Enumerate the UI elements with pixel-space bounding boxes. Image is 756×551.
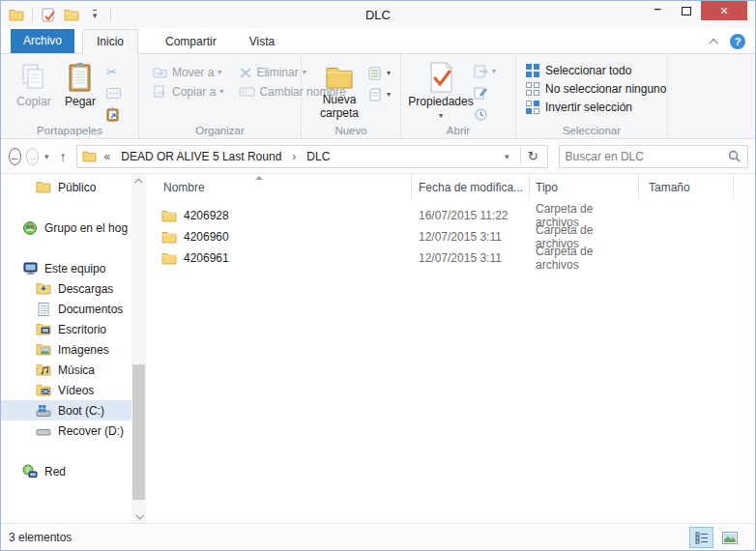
paste-icon <box>67 62 94 93</box>
help-icon[interactable]: ? <box>730 34 745 49</box>
select-all-icon <box>526 64 539 77</box>
qat-new-folder-icon[interactable] <box>62 5 81 24</box>
ribbon: Copiar Pegar ✂ Portapapeles <box>1 54 755 139</box>
copy-button[interactable]: Copiar <box>11 58 57 109</box>
details-view-button[interactable] <box>689 527 713 548</box>
scroll-up-icon[interactable] <box>131 174 146 188</box>
close-button[interactable]: × <box>701 1 747 20</box>
drive-icon <box>36 423 51 439</box>
file-row[interactable]: 4206961 12/07/2015 3:11 Carpeta de archi… <box>146 247 755 269</box>
open-small-buttons: ▾ <box>471 58 499 124</box>
sidebar-item-boot-c[interactable]: Boot (C:) <box>1 400 131 420</box>
organize-col-1: Mover a ▾ Copiar a ▾ <box>153 58 223 99</box>
address-bar[interactable]: « DEAD OR ALIVE 5 Last Round › DLC ▾ ↻ <box>76 145 548 168</box>
tab-inicio[interactable]: Inicio <box>82 29 138 54</box>
sidebar-scrollbar[interactable] <box>131 174 146 523</box>
group-label-open: Abrir <box>401 125 515 136</box>
downloads-folder-icon <box>36 281 51 297</box>
explorer-window-icon <box>7 5 26 24</box>
copy-path-button[interactable] <box>103 83 124 102</box>
open-button[interactable]: ▾ <box>471 62 499 81</box>
column-header-fecha[interactable]: Fecha de modifica... <box>412 174 530 200</box>
file-date: 16/07/2015 11:22 <box>412 209 530 222</box>
maximize-button[interactable] <box>672 1 701 20</box>
copy-path-icon <box>106 88 121 99</box>
items-count: 3 elementos <box>9 531 72 544</box>
select-none-button[interactable]: No seleccionar ninguno <box>526 82 666 96</box>
breadcrumb-current[interactable]: DLC <box>304 150 333 163</box>
sidebar-item-videos[interactable]: Vídeos <box>1 380 131 400</box>
group-label-new: Nuevo <box>302 125 400 136</box>
address-dropdown-icon[interactable]: ▾ <box>498 152 516 161</box>
paste-shortcut-icon <box>106 107 119 122</box>
properties-button[interactable]: Propiedades ▾ <box>411 58 471 120</box>
move-to-button[interactable]: Mover a ▾ <box>153 66 223 79</box>
search-icon[interactable] <box>721 150 747 162</box>
crumb-separator-icon[interactable]: › <box>288 150 300 163</box>
paste-button[interactable]: Pegar <box>57 58 103 109</box>
refresh-icon[interactable]: ↻ <box>520 147 545 165</box>
sidebar-item-descargas[interactable]: Descargas <box>1 278 131 299</box>
sidebar-item-recover-d[interactable]: Recover (D:) <box>1 420 131 441</box>
scroll-down-icon[interactable] <box>131 508 146 523</box>
scrollbar-thumb[interactable] <box>132 364 145 500</box>
sidebar-item-este-equipo[interactable]: Este equipo <box>1 258 131 278</box>
cut-button[interactable]: ✂ <box>103 62 124 81</box>
computer-icon <box>22 261 38 276</box>
ribbon-group-open: Propiedades ▾ ▾ Abrir <box>401 54 516 138</box>
tab-compartir[interactable]: Compartir <box>152 30 230 53</box>
invert-selection-button[interactable]: Invertir selección <box>526 101 666 114</box>
qat-properties-icon[interactable] <box>39 5 58 24</box>
sidebar-item-documentos[interactable]: Documentos <box>1 299 131 319</box>
column-header-tamano[interactable]: Tamaño <box>639 174 734 200</box>
forward-button[interactable]: → <box>26 148 39 165</box>
column-headers: Nombre Fecha de modifica... Tipo Tamaño <box>146 174 755 200</box>
ribbon-tab-bar: Archivo Inicio Compartir Vista ? <box>1 28 755 54</box>
tab-archivo[interactable]: Archivo <box>11 29 74 53</box>
group-label-select: Seleccionar <box>516 125 667 136</box>
folder-icon <box>161 209 177 222</box>
select-all-button[interactable]: Seleccionar todo <box>526 64 666 77</box>
recent-locations-icon[interactable]: ▾ <box>44 152 49 161</box>
folder-icon <box>36 180 51 195</box>
clipboard-small-buttons: ✂ <box>103 58 124 124</box>
qat-customize-icon[interactable]: ▾ <box>85 5 104 24</box>
collapse-ribbon-icon[interactable] <box>709 38 718 47</box>
column-header-nombre[interactable]: Nombre <box>146 174 412 200</box>
file-name: 4206960 <box>184 230 229 244</box>
history-button[interactable] <box>471 104 499 124</box>
sidebar-item-imagenes[interactable]: Imágenes <box>1 339 131 360</box>
sidebar-item-grupo-en-el-hogar[interactable]: Grupo en el hog <box>1 218 131 238</box>
properties-icon <box>426 62 455 93</box>
paste-shortcut-button[interactable] <box>103 104 124 124</box>
details-view-icon <box>695 532 709 544</box>
edit-button[interactable] <box>471 83 499 102</box>
search-input[interactable] <box>560 150 721 163</box>
network-icon <box>22 464 38 479</box>
sidebar-item-escritorio[interactable]: Escritorio <box>1 319 131 339</box>
address-folder-icon <box>82 150 97 162</box>
file-row[interactable]: 4206960 12/07/2015 3:11 Carpeta de archi… <box>146 226 755 247</box>
ribbon-empty-space <box>668 54 755 138</box>
column-header-tipo[interactable]: Tipo <box>530 174 639 200</box>
up-button[interactable]: ↑ <box>60 149 67 164</box>
file-row[interactable]: 4206928 16/07/2015 11:22 Carpeta de arch… <box>146 205 755 226</box>
minimize-button[interactable]: – <box>643 1 672 20</box>
sidebar-item-red[interactable]: Red <box>1 461 131 481</box>
back-button[interactable]: ← <box>9 148 21 165</box>
file-rows: 4206928 16/07/2015 11:22 Carpeta de arch… <box>146 200 755 269</box>
thumbnail-view-button[interactable] <box>717 527 741 548</box>
sidebar-item-publico[interactable]: Público <box>1 177 131 197</box>
new-item-button[interactable]: ▾ <box>365 85 393 104</box>
breadcrumb-parent[interactable]: DEAD OR ALIVE 5 Last Round <box>118 150 284 163</box>
sidebar-item-musica[interactable]: Música <box>1 360 131 380</box>
move-to-icon <box>153 66 168 79</box>
select-none-icon <box>526 82 539 96</box>
collapsed-crumbs-icon[interactable]: « <box>101 150 115 163</box>
videos-folder-icon <box>36 383 51 398</box>
new-folder-button[interactable]: Nueva carpeta <box>313 58 365 121</box>
easy-access-button[interactable]: ▾ <box>365 64 393 83</box>
caption-buttons: – × <box>643 1 747 20</box>
copy-to-button[interactable]: Copiar a ▾ <box>153 85 223 99</box>
tab-vista[interactable]: Vista <box>236 30 288 53</box>
